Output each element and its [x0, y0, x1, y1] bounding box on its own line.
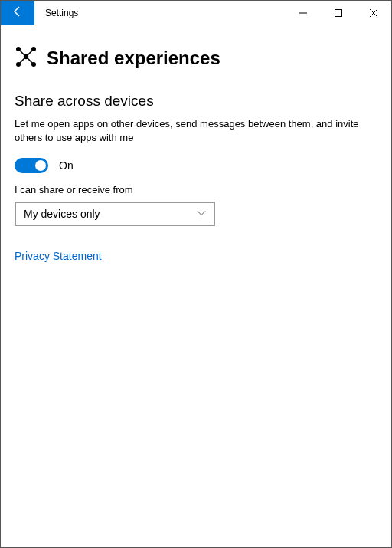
page-title: Shared experiences [47, 48, 220, 69]
section-heading: Share across devices [15, 93, 377, 110]
close-icon [370, 6, 377, 20]
svg-line-9 [18, 57, 26, 64]
minimize-icon [299, 6, 307, 20]
dropdown-selected-text: My devices only [24, 208, 100, 220]
content-area: Shared experiences Share across devices … [1, 25, 391, 547]
svg-rect-1 [335, 10, 342, 17]
back-arrow-icon [11, 5, 24, 21]
page-header: Shared experiences [15, 45, 377, 71]
share-toggle[interactable] [15, 158, 48, 173]
receive-from-label: I can share or receive from [15, 184, 377, 195]
maximize-icon [335, 6, 342, 20]
toggle-knob [35, 160, 46, 171]
svg-line-7 [18, 49, 26, 57]
chevron-down-icon [197, 207, 206, 221]
share-toggle-row: On [15, 158, 377, 173]
privacy-statement-link[interactable]: Privacy Statement [15, 250, 102, 262]
section-description: Let me open apps on other devices, send … [15, 117, 377, 144]
settings-window: Settings [0, 0, 392, 548]
svg-line-10 [26, 57, 34, 64]
shared-experiences-icon [15, 45, 38, 71]
svg-line-8 [26, 49, 34, 57]
close-button[interactable] [356, 1, 391, 25]
toggle-state-label: On [59, 159, 74, 172]
window-title: Settings [34, 1, 78, 25]
back-button[interactable] [1, 1, 34, 25]
minimize-button[interactable] [286, 1, 321, 25]
receive-from-dropdown[interactable]: My devices only [15, 202, 215, 226]
titlebar: Settings [1, 1, 391, 25]
maximize-button[interactable] [321, 1, 356, 25]
